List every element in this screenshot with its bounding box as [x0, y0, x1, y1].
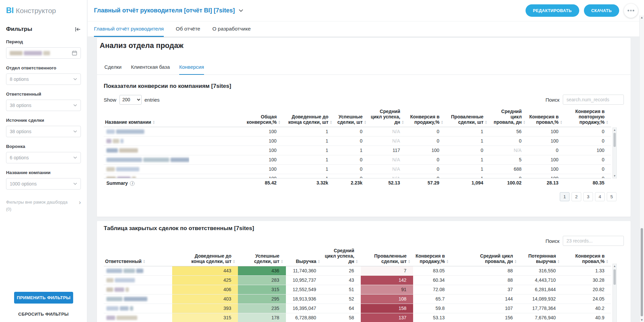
- scroll-down-icon[interactable]: ▼: [640, 318, 643, 322]
- collapse-sidebar-icon[interactable]: [75, 26, 81, 32]
- responsible-name-cell: [104, 266, 172, 275]
- column-header[interactable]: Успешные сделки, шт▲▼: [238, 253, 286, 264]
- reset-filters-button[interactable]: СБРОСИТЬ ФИЛЬТРЫ: [0, 312, 87, 317]
- column-header[interactable]: Конверсия в повторную продажу,%▲▼: [565, 109, 611, 125]
- cell: 10,952,737: [286, 276, 323, 285]
- external-filters-link[interactable]: Фильтры вне рамок дашборда › (0): [6, 200, 81, 212]
- cell: 40.9: [562, 313, 611, 322]
- redacted-text: [106, 158, 189, 162]
- cell: 100: [528, 127, 565, 136]
- main-tab-2[interactable]: Об отчёте: [176, 21, 200, 37]
- table-row: 40329518,913,9365210865.714414,089,93224…: [104, 294, 611, 304]
- table-scrollbar[interactable]: ▲: [612, 264, 617, 322]
- sub-tab-1[interactable]: Сделки: [104, 64, 121, 75]
- scroll-up-icon[interactable]: ▲: [640, 15, 643, 19]
- filter-select[interactable]: 1000 options: [6, 178, 81, 190]
- scrollbar-thumb[interactable]: [613, 133, 616, 147]
- scroll-down-icon[interactable]: ▼: [613, 174, 616, 178]
- column-header[interactable]: Средний цикл провала, дн▲▼: [490, 109, 528, 125]
- page-button-1[interactable]: 1: [560, 192, 569, 201]
- cell: 83.05: [413, 266, 451, 275]
- sub-tab-2[interactable]: Клиентская база: [131, 64, 170, 75]
- cell: 0: [490, 137, 528, 146]
- column-header[interactable]: Средний цикл провала, дн▲▼: [451, 253, 519, 264]
- cell: 0: [446, 146, 490, 155]
- cell: 425: [172, 276, 238, 285]
- cell: 235: [238, 304, 286, 313]
- sub-tab-3[interactable]: Конверсия: [179, 64, 204, 75]
- page-scrollbar[interactable]: ▲ ▼: [639, 15, 644, 322]
- cell: 11,740,360: [286, 266, 323, 275]
- cell: 137: [361, 313, 413, 322]
- column-header[interactable]: Доведенные до конца сделки, шт▲▼: [172, 253, 238, 264]
- conversion-search-input[interactable]: [563, 95, 624, 105]
- cell: N/A: [369, 137, 407, 146]
- page-button-5[interactable]: 5: [607, 192, 616, 201]
- column-header[interactable]: Проваленные сделки, шт▲▼: [446, 114, 490, 125]
- sort-icon: ▲▼: [330, 120, 332, 125]
- filter-label: Период: [6, 39, 81, 44]
- cell: 156: [451, 313, 519, 322]
- cell: 40.2: [562, 304, 611, 313]
- company-name-cell: [104, 165, 189, 174]
- table-row: 10010N/A016881000: [104, 165, 611, 174]
- show-label: Show: [104, 97, 116, 103]
- scrollbar-thumb[interactable]: [641, 228, 643, 316]
- column-header[interactable]: Название компании▲▼: [104, 119, 189, 125]
- table-row: 3151786,728,8805813753.131567,676,94040.…: [104, 313, 611, 322]
- scroll-up-icon[interactable]: ▲: [613, 128, 616, 132]
- edit-button[interactable]: РЕДАКТИРОВАТЬ: [526, 4, 579, 17]
- report-title-dropdown[interactable]: Главный отчёт руководителя [отчёт BI] [7…: [94, 7, 526, 14]
- filter-select[interactable]: 38 options: [6, 100, 81, 111]
- main-tab-3[interactable]: О разработчике: [212, 21, 251, 37]
- more-options-button[interactable]: [624, 4, 638, 18]
- page-button-2[interactable]: 2: [572, 192, 581, 201]
- cell: 1: [335, 146, 369, 155]
- column-header[interactable]: Конверсия в провал,%▲▼: [528, 114, 565, 125]
- column-header[interactable]: Успешные сделки, шт▲▼: [335, 114, 369, 125]
- app-logo: BI Конструктор: [6, 0, 81, 15]
- column-header[interactable]: Средний цикл успеха, дн▲▼: [369, 109, 407, 125]
- deals-section-title: Таблица закрытых сделок по ответственным…: [97, 221, 631, 232]
- table-row: 10010N/A01561000: [104, 127, 611, 137]
- column-header[interactable]: Потерянная выручка▲▼: [519, 253, 562, 264]
- period-date-input[interactable]: [6, 47, 81, 59]
- column-header[interactable]: Конверсия в провал,%▲▼: [562, 253, 611, 264]
- page-size-control: Show 200 entries: [104, 95, 160, 105]
- deals-search-input[interactable]: [563, 236, 624, 246]
- responsible-name-cell: [104, 313, 172, 322]
- responsible-name-cell: [104, 276, 172, 285]
- cell: 0: [528, 146, 565, 155]
- filter-select[interactable]: 38 options: [6, 126, 81, 137]
- apply-filters-button[interactable]: ПРИМЕНИТЬ ФИЛЬТРЫ: [14, 292, 73, 304]
- cell: 88: [451, 276, 519, 285]
- cell: 1: [283, 146, 335, 155]
- column-header[interactable]: Проваленные сделки, шт▲▼: [361, 253, 413, 264]
- download-button[interactable]: СКАЧАТЬ: [584, 4, 619, 17]
- sort-icon: ▲▼: [402, 120, 404, 125]
- cell: N/A: [369, 174, 407, 178]
- column-header[interactable]: Ответственный▲▼: [104, 259, 172, 264]
- scrollbar-thumb[interactable]: [613, 269, 616, 285]
- page-size-select[interactable]: 200: [119, 95, 142, 105]
- scroll-up-icon[interactable]: ▲: [613, 264, 616, 268]
- main-tab-1[interactable]: Главный отчёт руководителя: [94, 21, 164, 37]
- pagination: 12345: [104, 192, 616, 201]
- page-button-3[interactable]: 3: [583, 192, 593, 201]
- filter-select[interactable]: 6 options: [6, 152, 81, 163]
- column-header[interactable]: Доведенные до конца сделки, шт▲▼: [283, 114, 335, 125]
- filter-select[interactable]: 8 options: [6, 73, 81, 85]
- column-header[interactable]: Конверсия в продажу,%▲▼: [407, 114, 446, 125]
- table-row: 10010N/A0181000: [104, 174, 611, 178]
- cell: 688: [490, 165, 528, 174]
- page-button-4[interactable]: 4: [595, 192, 605, 201]
- redacted-text: [106, 278, 135, 282]
- deals-table: Ответственный▲▼Доведенные до конца сделк…: [104, 248, 617, 322]
- column-header[interactable]: Выручка▲▼: [286, 259, 323, 264]
- column-header[interactable]: Общая конверсия,%▲▼: [189, 114, 283, 125]
- column-header[interactable]: Средний цикл успеха, дн▲▼: [323, 248, 361, 264]
- column-header[interactable]: Конверсия в продажу,%▲▼: [413, 253, 451, 264]
- info-icon[interactable]: i: [130, 181, 135, 186]
- table-scrollbar[interactable]: ▲ ▼: [612, 127, 617, 178]
- cell: 17,778,364: [519, 304, 562, 313]
